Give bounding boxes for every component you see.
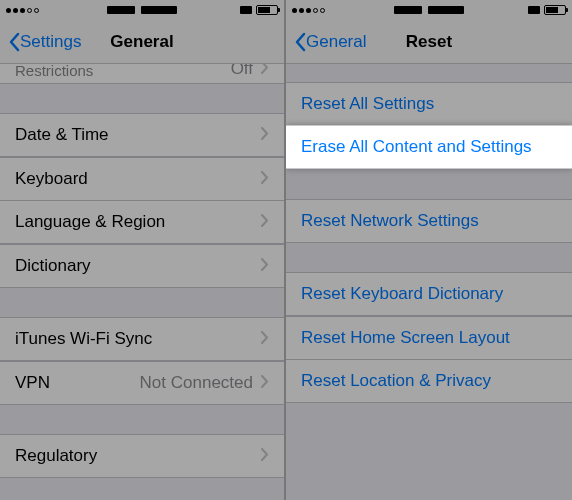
back-label: General	[306, 32, 366, 52]
row-erase-all-content[interactable]: Erase All Content and Settings	[286, 125, 572, 169]
chevron-right-icon	[261, 169, 269, 189]
status-bar	[286, 0, 572, 20]
row-label: Reset All Settings	[301, 94, 557, 114]
time-redacted	[428, 6, 464, 14]
row-itunes-wifi-sync[interactable]: iTunes Wi-Fi Sync	[0, 317, 284, 361]
chevron-left-icon	[8, 32, 20, 52]
row-restrictions[interactable]: Restrictions Off	[0, 64, 284, 84]
row-label: Erase All Content and Settings	[301, 137, 557, 157]
chevron-right-icon	[261, 125, 269, 145]
row-label: VPN	[15, 373, 140, 393]
row-value: Off	[231, 64, 253, 79]
row-label: Dictionary	[15, 256, 261, 276]
row-reset-all-settings[interactable]: Reset All Settings	[286, 82, 572, 126]
chevron-left-icon	[294, 32, 306, 52]
row-label: Reset Network Settings	[301, 211, 557, 231]
nav-bar: Settings General	[0, 20, 284, 64]
row-language-region[interactable]: Language & Region	[0, 200, 284, 244]
row-label: iTunes Wi-Fi Sync	[15, 329, 261, 349]
status-indicator-redacted	[528, 6, 540, 14]
row-date-time[interactable]: Date & Time	[0, 113, 284, 157]
row-label: Date & Time	[15, 125, 261, 145]
row-value: Not Connected	[140, 373, 253, 393]
row-regulatory[interactable]: Regulatory	[0, 434, 284, 478]
row-reset-keyboard-dictionary[interactable]: Reset Keyboard Dictionary	[286, 272, 572, 316]
row-vpn[interactable]: VPN Not Connected	[0, 361, 284, 405]
settings-list: Restrictions Off Date & Time Keyboard La…	[0, 64, 284, 501]
row-reset-home-screen-layout[interactable]: Reset Home Screen Layout	[286, 316, 572, 360]
status-bar	[0, 0, 284, 20]
row-label: Restrictions	[15, 64, 231, 79]
row-label: Reset Home Screen Layout	[301, 328, 557, 348]
chevron-right-icon	[261, 256, 269, 276]
row-label: Reset Location & Privacy	[301, 371, 557, 391]
signal-strength-icon	[6, 8, 39, 13]
carrier-redacted	[394, 6, 422, 14]
chevron-right-icon	[261, 212, 269, 232]
carrier-redacted	[107, 6, 135, 14]
battery-icon	[256, 5, 278, 15]
status-indicator-redacted	[240, 6, 252, 14]
row-label: Language & Region	[15, 212, 261, 232]
signal-strength-icon	[292, 8, 325, 13]
row-label: Reset Keyboard Dictionary	[301, 284, 557, 304]
chevron-right-icon	[261, 446, 269, 466]
nav-title: General	[110, 32, 173, 52]
time-redacted	[141, 6, 177, 14]
row-reset-network-settings[interactable]: Reset Network Settings	[286, 199, 572, 243]
chevron-right-icon	[261, 329, 269, 349]
chevron-right-icon	[261, 373, 269, 393]
row-reset-location-privacy[interactable]: Reset Location & Privacy	[286, 359, 572, 403]
back-button[interactable]: General	[294, 32, 366, 52]
nav-title: Reset	[406, 32, 452, 52]
nav-bar: General Reset	[286, 20, 572, 64]
row-label: Regulatory	[15, 446, 261, 466]
chevron-right-icon	[261, 64, 269, 79]
back-label: Settings	[20, 32, 81, 52]
back-button[interactable]: Settings	[8, 32, 81, 52]
phone-left: Settings General Restrictions Off Date &…	[0, 0, 286, 500]
row-keyboard[interactable]: Keyboard	[0, 157, 284, 201]
row-dictionary[interactable]: Dictionary	[0, 244, 284, 288]
battery-icon	[544, 5, 566, 15]
row-label: Keyboard	[15, 169, 261, 189]
reset-list: Reset All Settings Erase All Content and…	[286, 64, 572, 403]
phone-right: General Reset Reset All Settings Erase A…	[286, 0, 572, 500]
